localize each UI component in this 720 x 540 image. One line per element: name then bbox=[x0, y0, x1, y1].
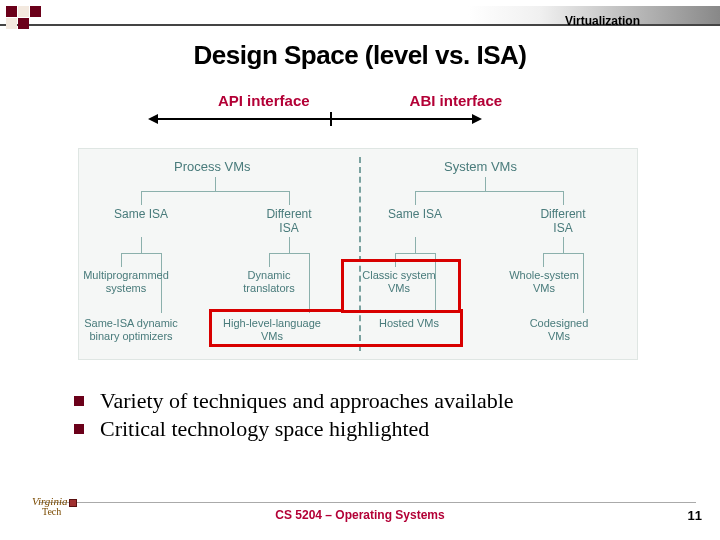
tree-line bbox=[141, 191, 142, 205]
decor-square bbox=[18, 18, 29, 29]
tree-line bbox=[289, 191, 290, 205]
slide-title: Design Space (level vs. ISA) bbox=[0, 40, 720, 71]
tree-line bbox=[415, 191, 563, 192]
leaf-dynamic-translators: Dynamic translators bbox=[224, 269, 314, 294]
tree-line bbox=[485, 177, 486, 191]
leaf-multiprogrammed: Multiprogrammed systems bbox=[76, 269, 176, 294]
tree-line bbox=[269, 253, 309, 254]
tree-line bbox=[415, 237, 416, 253]
header-strip: Virtualization bbox=[0, 6, 720, 26]
decor-square bbox=[30, 6, 41, 17]
tree-line bbox=[121, 253, 122, 267]
api-interface-label: API interface bbox=[218, 92, 310, 109]
decor-square bbox=[6, 18, 17, 29]
bullet-icon bbox=[74, 396, 84, 406]
tree-line bbox=[141, 191, 289, 192]
tree-line bbox=[415, 191, 416, 205]
bullet-item: Variety of techniques and approaches ava… bbox=[74, 388, 680, 414]
bullet-text: Critical technology space highlighted bbox=[100, 416, 429, 442]
same-isa-label: Same ISA bbox=[111, 207, 171, 221]
decor-square bbox=[6, 6, 17, 17]
tree-line bbox=[215, 177, 216, 191]
same-isa-label: Same ISA bbox=[385, 207, 445, 221]
tree-line bbox=[121, 253, 161, 254]
decor-square bbox=[18, 6, 29, 17]
bullet-item: Critical technology space highlighted bbox=[74, 416, 680, 442]
interface-labels: API interface ABI interface bbox=[0, 92, 720, 109]
footer-course: CS 5204 – Operating Systems bbox=[0, 508, 720, 522]
process-vms-header: Process VMs bbox=[174, 159, 251, 174]
highlight-box bbox=[341, 259, 461, 313]
tree-line bbox=[289, 237, 290, 253]
design-space-diagram: Process VMs System VMs Same ISA Differen… bbox=[78, 148, 638, 360]
tree-line bbox=[395, 253, 435, 254]
different-isa-label: Different ISA bbox=[259, 207, 319, 235]
page-number: 11 bbox=[688, 508, 702, 523]
tree-line bbox=[269, 253, 270, 267]
header-topic: Virtualization bbox=[565, 14, 640, 28]
system-vms-header: System VMs bbox=[444, 159, 517, 174]
bullet-list: Variety of techniques and approaches ava… bbox=[74, 388, 680, 444]
highlight-box bbox=[209, 309, 463, 347]
bullet-icon bbox=[74, 424, 84, 434]
highlight-box bbox=[209, 309, 343, 312]
tree-line bbox=[543, 253, 583, 254]
leaf-whole-system-vms: Whole-system VMs bbox=[499, 269, 589, 294]
leaf-same-isa-dynamic-optimizers: Same-ISA dynamic binary optimizers bbox=[76, 317, 186, 342]
tree-line bbox=[141, 237, 142, 253]
leaf-codesigned-vms: Codesigned VMs bbox=[519, 317, 599, 342]
bullet-text: Variety of techniques and approaches ava… bbox=[100, 388, 514, 414]
footer: Virginia Tech CS 5204 – Operating System… bbox=[0, 502, 720, 528]
tree-line bbox=[563, 237, 564, 253]
double-arrow-icon bbox=[150, 118, 480, 120]
tree-line bbox=[543, 253, 544, 267]
abi-interface-label: ABI interface bbox=[410, 92, 503, 109]
different-isa-label: Different ISA bbox=[533, 207, 593, 235]
arrow-divider bbox=[330, 112, 332, 126]
tree-line bbox=[563, 191, 564, 205]
footer-divider bbox=[40, 502, 696, 503]
